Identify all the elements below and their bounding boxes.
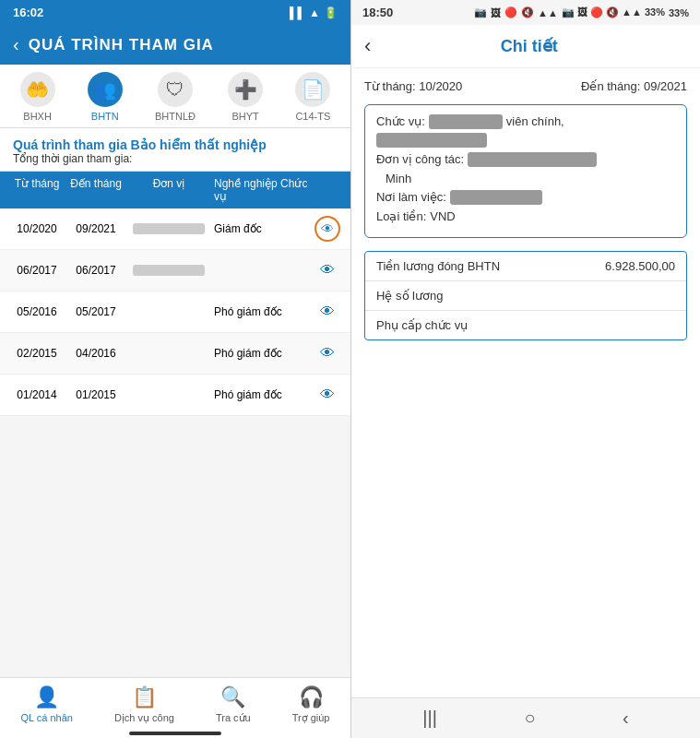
chuc-vu-row: Chức vụ: viên chính,	[376, 114, 675, 148]
row4-job: Phó giám đốc	[214, 347, 310, 360]
nav-tra-cuu[interactable]: 🔍 Tra cứu	[216, 685, 251, 724]
tab-icon-bhtn: 👥	[88, 72, 123, 107]
table-header: Từ tháng Đến tháng Đơn vị Nghề nghiệp Ch…	[0, 172, 350, 208]
nav-sym-menu[interactable]: |||	[422, 708, 437, 729]
don-vi-sub-row: Minh	[376, 172, 675, 185]
nav-icon-ql: 👤	[34, 685, 59, 709]
back-button-left[interactable]: ‹	[13, 34, 19, 55]
time-left: 16:02	[13, 6, 43, 19]
row3-to: 05/2017	[68, 305, 124, 318]
chuc-vu-value2-blur	[376, 133, 487, 148]
row3-job: Phó giám đốc	[214, 305, 310, 318]
view-button-row4[interactable]: 👁	[314, 340, 340, 366]
header-bar-left: ‹ QUÁ TRÌNH THAM GIA	[0, 25, 350, 65]
loai-tien-value: VND	[430, 209, 455, 223]
salary-row-2: Hệ số lương	[365, 281, 686, 311]
tab-bhxh[interactable]: 🤲 BHXH	[20, 72, 55, 122]
row4-from: 02/2015	[9, 347, 65, 360]
chuc-vu-value1-blur	[429, 114, 503, 129]
nav-ql-ca-nhan[interactable]: 👤 QL cá nhân	[20, 685, 72, 724]
row3-from: 05/2016	[9, 305, 65, 318]
view-button-row1[interactable]: 👁	[314, 216, 340, 242]
status-icons-left: ▌▌ ▲ 🔋	[290, 6, 338, 19]
view-button-row2[interactable]: 👁	[314, 257, 340, 283]
tab-bhtnld[interactable]: 🛡 BHTNLĐ	[155, 72, 196, 122]
bottom-nav-left: 👤 QL cá nhân 📋 Dịch vụ công 🔍 Tra cứu 🎧 …	[0, 677, 350, 728]
spacer-right	[351, 394, 700, 697]
tab-c14ts[interactable]: 📄 C14-TS	[295, 72, 330, 122]
page-title-left: QUÁ TRÌNH THAM GIA	[29, 36, 214, 54]
tab-icon-bhyt: ➕	[228, 72, 263, 107]
nav-tro-giup[interactable]: 🎧 Trợ giúp	[292, 685, 330, 724]
row2-from: 06/2017	[9, 264, 65, 277]
nav-dich-vu-cong[interactable]: 📋 Dịch vụ công	[114, 685, 174, 724]
salary-label-3: Phụ cấp chức vụ	[376, 318, 468, 332]
tab-label-bhtnld: BHTNLĐ	[155, 111, 196, 122]
home-indicator-left	[0, 728, 350, 738]
nav-label-ql: QL cá nhân	[20, 712, 72, 723]
date-range: Từ tháng: 10/2020 Đến tháng: 09/2021	[364, 79, 687, 93]
tab-label-c14ts: C14-TS	[295, 111, 330, 122]
row1-from: 10/2020	[9, 222, 65, 235]
status-bar-left: 16:02 ▌▌ ▲ 🔋	[0, 0, 350, 25]
detail-content: Từ tháng: 10/2020 Đến tháng: 09/2021 Chứ…	[351, 68, 700, 394]
status-bar-right: 18:50 📷 🖼 🔴 🔇 ▲▲ 📷 🖼 🔴 🔇 ▲▲ 33% 33%	[351, 0, 700, 25]
col-to: Đến tháng	[68, 177, 124, 203]
row2-to: 06/2017	[68, 264, 124, 277]
nav-label-tra: Tra cứu	[216, 712, 251, 724]
table-row: 02/2015 04/2016 Phó giám đốc 👁	[0, 333, 350, 375]
don-vi-sub: Minh	[386, 172, 411, 185]
noi-lam-viec-row: Nơi làm việc:	[376, 190, 675, 205]
time-right: 18:50	[362, 6, 393, 19]
noi-lam-viec-label: Nơi làm việc:	[376, 190, 446, 204]
nav-sym-home[interactable]: ○	[524, 708, 535, 729]
detail-header: ‹ Chi tiết	[351, 25, 700, 68]
loai-tien-row: Loại tiền: VND	[376, 209, 675, 223]
tab-bhtn[interactable]: 👥 BHTN	[88, 72, 123, 122]
section-sub: Tổng thời gian tham gia:	[13, 152, 338, 165]
tab-icon-c14ts: 📄	[295, 72, 330, 107]
row5-from: 01/2014	[9, 388, 65, 401]
view-button-row5[interactable]: 👁	[314, 382, 340, 408]
don-vi-row: Đơn vị công tác:	[376, 152, 675, 167]
status-icons-right: 📷 🖼 🔴 🔇 ▲▲ 📷 🖼 🔴 🔇 ▲▲ 33% 33%	[474, 6, 689, 18]
nav-icon-tro: 🎧	[299, 685, 324, 709]
nav-label-tro: Trợ giúp	[292, 712, 330, 724]
nav-icon-tra: 🔍	[220, 685, 245, 709]
view-button-row3[interactable]: 👁	[314, 299, 340, 325]
row1-to: 09/2021	[68, 222, 124, 235]
nav-sym-back[interactable]: ‹	[623, 708, 629, 729]
tab-icon-bhtnld: 🛡	[158, 72, 193, 107]
salary-row-3: Phụ cấp chức vụ	[365, 311, 686, 339]
nav-icon-dvc: 📋	[132, 685, 157, 709]
phone-right: 18:50 📷 🖼 🔴 🔇 ▲▲ 📷 🖼 🔴 🔇 ▲▲ 33% 33% ‹ Ch…	[350, 0, 700, 738]
row5-job: Phó giám đốc	[214, 388, 310, 401]
row4-to: 04/2016	[68, 347, 124, 360]
tab-label-bhtn: BHTN	[91, 111, 119, 122]
tab-label-bhxh: BHXH	[23, 111, 52, 122]
date-from: Từ tháng: 10/2020	[364, 79, 462, 93]
col-action	[314, 177, 341, 203]
table-row: 01/2014 01/2015 Phó giám đốc 👁	[0, 375, 350, 416]
tab-bhyt[interactable]: ➕ BHYT	[228, 72, 263, 122]
noi-lam-viec-value-blur	[450, 190, 542, 205]
bottom-nav-right: ||| ○ ‹	[351, 697, 700, 738]
row1-unit: ██████████	[127, 222, 210, 235]
salary-value-1: 6.928.500,00	[605, 259, 675, 273]
tab-label-bhyt: BHYT	[232, 111, 259, 122]
back-button-right[interactable]: ‹	[364, 34, 371, 58]
salary-row-1: Tiền lương đóng BHTN 6.928.500,00	[365, 252, 686, 281]
table-row: 05/2016 05/2017 Phó giám đốc 👁	[0, 292, 350, 333]
row5-to: 01/2015	[68, 388, 124, 401]
don-vi-value-blur	[468, 152, 597, 167]
col-unit: Đơn vị	[127, 177, 210, 203]
loai-tien-label: Loại tiền:	[376, 209, 426, 223]
tabs-row: 🤲 BHXH 👥 BHTN 🛡 BHTNLĐ ➕ BHYT 📄 C14-TS	[0, 65, 350, 128]
row1-job: Giám đốc	[214, 222, 310, 235]
row2-unit: ██████████	[127, 264, 210, 277]
content-area-left: Quá trình tham gia Bảo hiểm thất nghiệp …	[0, 128, 350, 677]
phone-left: 16:02 ▌▌ ▲ 🔋 ‹ QUÁ TRÌNH THAM GIA 🤲 BHXH…	[0, 0, 350, 738]
detail-title: Chi tiết	[371, 36, 687, 56]
chuc-vu-text: viên chính,	[506, 114, 564, 128]
col-job: Nghề nghiệp Chức vụ	[214, 177, 310, 203]
